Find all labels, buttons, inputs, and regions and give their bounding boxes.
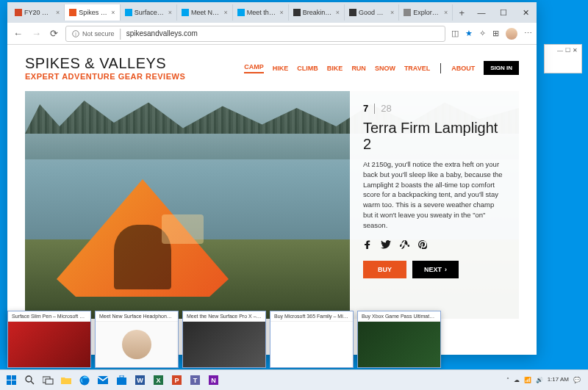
teams-icon: T bbox=[190, 375, 200, 385]
tray-clock[interactable]: 1:17 AM bbox=[548, 377, 569, 383]
close-button[interactable]: ✕ bbox=[514, 2, 537, 23]
nav-hike[interactable]: HIKE bbox=[273, 65, 289, 72]
task-preview-0[interactable]: Surface Slim Pen – Microsoft S… bbox=[7, 311, 91, 368]
nav-bike[interactable]: BIKE bbox=[327, 65, 343, 72]
close-icon[interactable]: × bbox=[111, 9, 115, 16]
taskbar-app-teams[interactable]: T bbox=[187, 372, 203, 389]
close-icon[interactable]: ✕ bbox=[573, 47, 578, 54]
url-text: spikesandvalleys.com bbox=[126, 29, 198, 37]
tray-volume-icon[interactable]: 🔊 bbox=[536, 377, 543, 383]
security-label: Not secure bbox=[82, 30, 115, 37]
facebook-icon[interactable] bbox=[363, 240, 372, 249]
search-button[interactable] bbox=[21, 372, 37, 389]
taskbar-app-explorer[interactable] bbox=[58, 372, 74, 389]
collections-icon[interactable]: ✧ bbox=[479, 29, 486, 38]
twitter-icon[interactable] bbox=[381, 240, 391, 249]
svg-line-15 bbox=[31, 381, 34, 384]
back-button[interactable]: ← bbox=[12, 28, 24, 39]
minimize-icon[interactable]: — bbox=[557, 47, 563, 54]
start-button[interactable] bbox=[3, 372, 19, 389]
cta-row: BUY NEXT › bbox=[363, 261, 506, 278]
store-icon bbox=[117, 375, 126, 385]
close-icon[interactable]: × bbox=[279, 9, 283, 16]
taskbar-app-word[interactable]: W bbox=[132, 372, 148, 389]
pinterest-icon[interactable] bbox=[418, 240, 427, 249]
forward-button[interactable]: → bbox=[30, 28, 43, 39]
task-preview-3[interactable]: Buy Microsoft 365 Family – Mic… bbox=[270, 311, 354, 368]
extensions-icon[interactable]: ⊞ bbox=[492, 29, 499, 38]
taskbar-app-excel[interactable]: X bbox=[150, 372, 166, 389]
read-aloud-icon[interactable]: ◫ bbox=[451, 29, 459, 38]
close-icon[interactable]: × bbox=[56, 9, 60, 16]
favicon-icon bbox=[15, 9, 22, 16]
browser-window: FY20 Plann… × Spikes & Va… × Surface Sli… bbox=[7, 2, 537, 355]
word-icon: W bbox=[135, 375, 145, 385]
nav-climb[interactable]: CLIMB bbox=[297, 65, 318, 72]
tray-wifi-icon[interactable]: 📶 bbox=[524, 377, 531, 383]
menu-icon[interactable]: ⋯ bbox=[524, 29, 532, 38]
new-tab-button[interactable]: + bbox=[453, 7, 470, 18]
task-preview-4[interactable]: Buy Xbox Game Pass Ultimate… bbox=[357, 311, 441, 368]
minimize-button[interactable]: — bbox=[470, 2, 492, 23]
counter-current: 7 bbox=[363, 103, 368, 114]
svg-rect-21 bbox=[120, 375, 123, 378]
profile-avatar[interactable] bbox=[506, 28, 517, 40]
tab-1[interactable]: Spikes & Va… × bbox=[65, 4, 120, 21]
logo-title: SPIKES & VALLEYS bbox=[25, 55, 185, 72]
tab-3[interactable]: Meet New S… × bbox=[177, 4, 233, 21]
maximize-button[interactable]: ☐ bbox=[492, 2, 514, 23]
close-icon[interactable]: × bbox=[336, 9, 340, 16]
task-preview-2[interactable]: Meet the New Surface Pro X –… bbox=[182, 311, 266, 368]
address-bar: ← → ⟳ i Not secure | spikesandvalleys.co… bbox=[7, 23, 537, 45]
nav-about[interactable]: ABOUT bbox=[451, 65, 475, 72]
svg-rect-6 bbox=[349, 9, 356, 16]
close-icon[interactable]: × bbox=[444, 9, 448, 16]
favicon-icon bbox=[237, 9, 245, 16]
taskbar-app-edge[interactable] bbox=[76, 372, 93, 389]
taskbar-app-store[interactable] bbox=[113, 372, 129, 389]
taskbar-app-powerpoint[interactable]: P bbox=[168, 372, 184, 389]
signin-button[interactable]: SIGN IN bbox=[484, 61, 519, 75]
maximize-icon[interactable]: ☐ bbox=[565, 47, 570, 54]
svg-rect-7 bbox=[404, 9, 411, 16]
close-icon[interactable]: × bbox=[168, 9, 172, 16]
windows-icon bbox=[7, 375, 16, 385]
nav-snow[interactable]: SNOW bbox=[375, 65, 395, 72]
nav-run[interactable]: RUN bbox=[351, 65, 366, 72]
url-input[interactable]: i Not secure | spikesandvalleys.com bbox=[65, 26, 445, 42]
next-button[interactable]: NEXT › bbox=[412, 261, 459, 278]
tab-0[interactable]: FY20 Plann… × bbox=[10, 4, 65, 21]
close-icon[interactable]: × bbox=[224, 9, 228, 16]
task-view-button[interactable] bbox=[40, 372, 56, 389]
tab-7[interactable]: Explore the… × bbox=[399, 4, 453, 21]
svg-text:W: W bbox=[137, 377, 143, 384]
svg-rect-11 bbox=[12, 375, 16, 380]
close-icon[interactable]: × bbox=[390, 9, 394, 16]
security-status[interactable]: i Not secure bbox=[72, 30, 115, 37]
favicon-icon bbox=[69, 9, 76, 16]
logo-subtitle: EXPERT ADVENTURE GEAR REVIEWS bbox=[25, 72, 185, 81]
taskbar-app-mail[interactable] bbox=[95, 372, 111, 389]
refresh-button[interactable]: ⟳ bbox=[49, 28, 60, 39]
system-tray[interactable]: ˄ ☁ 📶 🔊 1:17 AM 💬 bbox=[506, 377, 585, 383]
tab-2[interactable]: Surface Slim… × bbox=[121, 4, 177, 21]
tray-cloud-icon[interactable]: ☁ bbox=[514, 377, 520, 383]
tray-chevron-icon[interactable]: ˄ bbox=[506, 377, 509, 383]
site-header: SPIKES & VALLEYS EXPERT ADVENTURE GEAR R… bbox=[7, 45, 537, 87]
stumbleupon-icon[interactable] bbox=[400, 240, 409, 249]
product-panel: 7 28 Terra Firm Lamplight 2 At 2150g, yo… bbox=[350, 91, 519, 319]
buy-button[interactable]: BUY bbox=[363, 261, 406, 278]
tab-4[interactable]: Meet the Ne… × bbox=[233, 4, 289, 21]
clock-time: 1:17 AM bbox=[548, 377, 569, 383]
favorite-icon[interactable]: ★ bbox=[465, 29, 473, 38]
nav-separator bbox=[440, 63, 441, 73]
tab-5[interactable]: Breaking Ne… × bbox=[289, 4, 345, 21]
nav-travel[interactable]: TRAVEL bbox=[404, 65, 430, 72]
task-thumbnail bbox=[96, 322, 178, 367]
task-preview-1[interactable]: Meet New Surface Headphones… bbox=[95, 311, 179, 368]
logo[interactable]: SPIKES & VALLEYS EXPERT ADVENTURE GEAR R… bbox=[25, 55, 185, 81]
nav-camp[interactable]: CAMP bbox=[244, 63, 264, 73]
tab-6[interactable]: Good News… × bbox=[345, 4, 399, 21]
taskbar-app-onenote[interactable]: N bbox=[205, 372, 221, 389]
notifications-icon[interactable]: 💬 bbox=[573, 377, 581, 383]
